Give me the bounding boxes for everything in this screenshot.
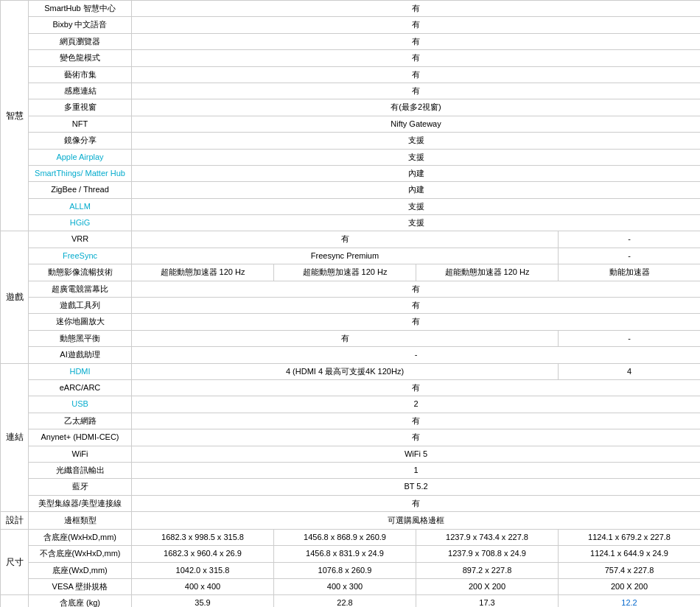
table-row: 變色龍模式有	[1, 50, 701, 66]
value-cell: 有	[132, 495, 701, 511]
value-cell: 1124.1 x 679.2 x 227.8	[559, 529, 701, 545]
table-row: WiFiWiFi 5	[1, 446, 701, 462]
value-cell: 1076.8 x 260.9	[274, 562, 416, 578]
feature-cell: 動態黑平衡	[29, 330, 132, 346]
value-cell: 4 (HDMI 4 最高可支援4K 120Hz)	[132, 363, 559, 379]
value-cell: 有	[132, 1, 701, 17]
feature-cell: 不含底座(WxHxD,mm)	[29, 546, 132, 562]
table-row: 智慧SmartHub 智慧中心有	[1, 1, 701, 17]
table-row: HGiG支援	[1, 215, 701, 231]
feature-cell: 多重視窗	[29, 99, 132, 116]
spec-table: 智慧SmartHub 智慧中心有Bixby 中文語音有網頁瀏覽器有變色龍模式有藝…	[0, 0, 700, 607]
value-cell: 支援	[132, 133, 701, 149]
value-cell: 4	[559, 363, 701, 379]
value-cell: 可選購風格邊框	[132, 512, 701, 530]
feature-cell: 底座(WxD,mm)	[29, 562, 132, 578]
value-cell: 1682.3 x 998.5 x 315.8	[132, 529, 274, 545]
feature-cell: HGiG	[29, 215, 132, 231]
value-cell: 12.2	[559, 595, 701, 607]
value-cell: 超能動態加速器 120 Hz	[416, 264, 559, 281]
value-cell: 有	[132, 330, 559, 346]
table-row: ALLM支援	[1, 198, 701, 214]
feature-cell: FreeSync	[29, 248, 132, 264]
value-cell: 支援	[132, 198, 701, 214]
feature-cell: Apple Airplay	[29, 149, 132, 165]
feature-cell: 迷你地圖放大	[29, 314, 132, 330]
table-row: 藍牙BT 5.2	[1, 479, 701, 495]
feature-cell: 遊戲工具列	[29, 298, 132, 314]
feature-cell: 藝術市集	[29, 66, 132, 83]
feature-cell: ZigBee / Thread	[29, 182, 132, 198]
value-cell: 1	[132, 462, 701, 478]
table-row: 多重視窗有(最多2視窗)	[1, 99, 701, 116]
value-cell: 2	[132, 396, 701, 413]
feature-cell: 鏡像分享	[29, 133, 132, 149]
table-row: USB2	[1, 396, 701, 413]
feature-cell: eARC/ARC	[29, 379, 132, 396]
feature-cell: 邊框類型	[29, 512, 132, 530]
value-cell: 1456.8 x 868.9 x 260.9	[274, 529, 416, 545]
value-cell: 超能動態加速器 120 Hz	[274, 264, 416, 281]
value-cell: 有	[132, 231, 559, 248]
value-cell: 動能加速器	[559, 264, 701, 281]
feature-cell: ALLM	[29, 198, 132, 214]
table-row: FreeSyncFreesync Premium-	[1, 248, 701, 264]
value-cell: 400 x 400	[132, 579, 274, 595]
value-cell: -	[559, 248, 701, 264]
value-cell: 有	[132, 298, 701, 314]
table-row: eARC/ARC有	[1, 379, 701, 396]
value-cell: 35.9	[132, 595, 274, 607]
feature-cell: 美型集線器/美型連接線	[29, 495, 132, 511]
value-cell: Freesync Premium	[132, 248, 559, 264]
value-cell: 內建	[132, 165, 701, 181]
value-cell: 1456.8 x 831.9 x 24.9	[274, 546, 416, 562]
feature-cell: 變色龍模式	[29, 50, 132, 66]
value-cell: 有	[132, 314, 701, 330]
table-row: 鏡像分享支援	[1, 133, 701, 149]
feature-cell: 網頁瀏覽器	[29, 33, 132, 49]
value-cell: -	[132, 347, 701, 363]
feature-cell: SmartHub 智慧中心	[29, 1, 132, 17]
value-cell: -	[559, 330, 701, 346]
feature-cell: NFT	[29, 116, 132, 132]
category-cell: 遊戲	[1, 231, 29, 363]
value-cell: 有	[132, 66, 701, 83]
value-cell: 支援	[132, 215, 701, 231]
feature-cell: HDMI	[29, 363, 132, 379]
table-row: ZigBee / Thread內建	[1, 182, 701, 198]
value-cell: 1042.0 x 315.8	[132, 562, 274, 578]
table-row: 動態黑平衡有-	[1, 330, 701, 346]
category-cell: 尺寸	[1, 529, 29, 595]
value-cell: 有	[132, 429, 701, 446]
table-row: AI遊戲助理-	[1, 347, 701, 363]
value-cell: 有(最多2視窗)	[132, 99, 701, 116]
value-cell: 400 x 300	[274, 579, 416, 595]
value-cell: 897.2 x 227.8	[416, 562, 559, 578]
table-row: Bixby 中文語音有	[1, 17, 701, 33]
value-cell: 有	[132, 33, 701, 49]
table-row: NFTNifty Gateway	[1, 116, 701, 132]
value-cell: 支援	[132, 149, 701, 165]
table-row: 網頁瀏覽器有	[1, 33, 701, 49]
table-row: VESA 壁掛規格400 x 400400 x 300200 X 200200 …	[1, 579, 701, 595]
table-row: 遊戲工具列有	[1, 298, 701, 314]
table-row: 連結HDMI4 (HDMI 4 最高可支援4K 120Hz)4	[1, 363, 701, 379]
feature-cell: Bixby 中文語音	[29, 17, 132, 33]
value-cell: 有	[132, 83, 701, 99]
feature-cell: 藍牙	[29, 479, 132, 495]
category-cell: 設計	[1, 512, 29, 530]
feature-cell: Anynet+ (HDMI-CEC)	[29, 429, 132, 446]
value-cell: 有	[132, 281, 701, 297]
value-cell: 200 X 200	[416, 579, 559, 595]
feature-cell: VRR	[29, 231, 132, 248]
table-row: 重量含底座 (kg)35.922.817.312.2	[1, 595, 701, 607]
table-row: 感應連結有	[1, 83, 701, 99]
table-row: SmartThings/ Matter Hub內建	[1, 165, 701, 181]
spec-table-wrapper: 智慧SmartHub 智慧中心有Bixby 中文語音有網頁瀏覽器有變色龍模式有藝…	[0, 0, 700, 607]
value-cell: 757.4 x 227.8	[559, 562, 701, 578]
value-cell: 1237.9 x 708.8 x 24.9	[416, 546, 559, 562]
category-cell: 連結	[1, 363, 29, 512]
category-cell: 智慧	[1, 1, 29, 231]
value-cell: 17.3	[416, 595, 559, 607]
table-row: 美型集線器/美型連接線有	[1, 495, 701, 511]
